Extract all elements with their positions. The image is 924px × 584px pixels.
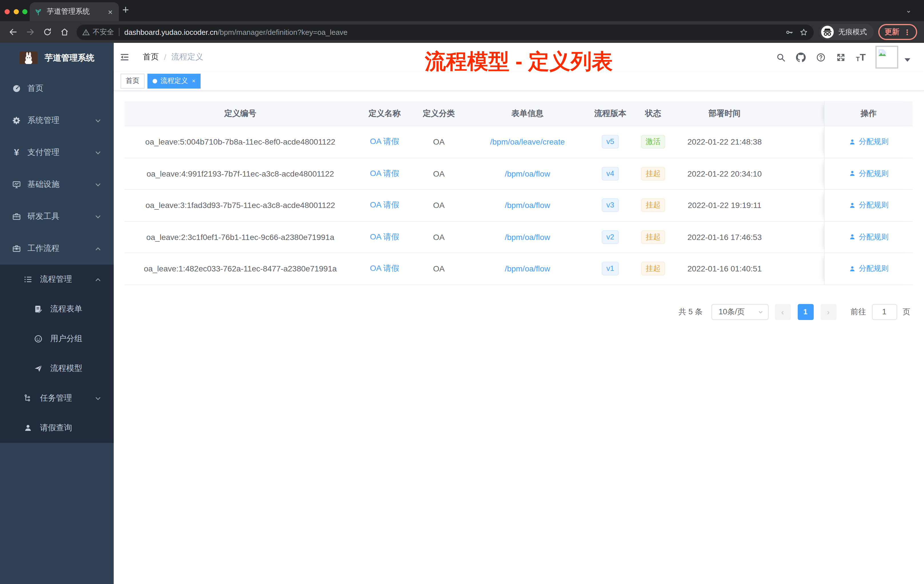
not-secure-warning-icon[interactable] (82, 28, 90, 36)
avatar[interactable] (875, 46, 898, 69)
update-label[interactable]: 更新 (884, 27, 899, 37)
cell-deploy-time: 2022-01-16 01:40:51 (676, 253, 773, 284)
sidebar-item-支付管理[interactable]: ¥支付管理 (0, 137, 114, 168)
definition-name-link[interactable]: OA 请假 (370, 137, 399, 147)
sidebar-item-任务管理[interactable]: 任务管理 (0, 383, 114, 413)
definition-table: 定义编号定义名称定义分类表单信息流程版本状态部署时间操作 oa_leave:5:… (125, 101, 912, 285)
row-spacer (773, 126, 824, 157)
assign-rule-link[interactable]: 分配规则 (848, 168, 889, 179)
form-link[interactable]: /bpm/oa/flow (505, 264, 550, 274)
tag-流程定义[interactable]: 流程定义× (147, 73, 201, 88)
tag-label: 流程定义 (160, 76, 188, 86)
prev-page-button[interactable]: ‹ (775, 304, 790, 320)
page-size-select[interactable]: 10条/页 (711, 304, 768, 320)
breadcrumb-home[interactable]: 首页 (143, 52, 159, 62)
sidebar-item-用户分组[interactable]: 用户分组 (0, 324, 114, 354)
avatar-dropdown-caret-icon[interactable] (904, 58, 910, 62)
security-label[interactable]: 不安全 (92, 27, 114, 37)
person-icon (848, 170, 856, 177)
back-icon[interactable] (7, 26, 20, 38)
zoom-window-button[interactable] (22, 9, 27, 14)
definition-name-link[interactable]: OA 请假 (370, 200, 399, 211)
search-icon[interactable] (776, 52, 786, 62)
cell-status: 挂起 (630, 221, 676, 252)
window-controls[interactable] (5, 9, 27, 14)
chevron-down-icon (95, 395, 101, 401)
status-badge: 挂起 (641, 199, 665, 212)
sidebar-item-首页[interactable]: 首页 (0, 73, 114, 105)
current-page-button[interactable]: 1 (797, 304, 813, 320)
browser-menu-button[interactable]: 更新 ⋮ (878, 24, 917, 40)
row-spacer (773, 190, 824, 221)
cell-version: v4 (590, 158, 630, 189)
form-link[interactable]: /bpm/oa/flow (505, 201, 550, 210)
sidebar-item-流程模型[interactable]: 流程模型 (0, 354, 114, 383)
forward-icon[interactable] (24, 26, 36, 38)
cell-version: v1 (590, 253, 630, 284)
cell-operation: 分配规则 (824, 126, 912, 157)
cell-category: OA (413, 158, 465, 189)
github-icon[interactable] (796, 52, 806, 62)
assign-rule-link[interactable]: 分配规则 (848, 137, 889, 147)
version-badge: v2 (602, 230, 619, 244)
minimize-window-button[interactable] (13, 9, 18, 14)
password-key-icon[interactable] (785, 28, 794, 36)
tag-首页[interactable]: 首页 (120, 73, 145, 88)
fullscreen-icon[interactable] (836, 52, 846, 62)
sidebar-item-工作流程[interactable]: 工作流程 (0, 233, 114, 265)
chevron-down-icon (95, 149, 101, 156)
definition-name-link[interactable]: OA 请假 (370, 264, 399, 274)
active-dot-icon (153, 79, 157, 83)
goto-label: 前往 (851, 307, 866, 317)
briefcase-icon (12, 243, 22, 254)
help-icon[interactable] (816, 52, 826, 62)
app-logo-row[interactable]: 芋道管理系统 (0, 43, 114, 73)
cell-version: v3 (590, 190, 630, 221)
page-size-value: 10条/页 (719, 307, 745, 317)
cell-version: v2 (590, 221, 630, 252)
sidebar-item-研发工具[interactable]: 研发工具 (0, 201, 114, 233)
sidebar-item-流程表单[interactable]: 流程表单 (0, 294, 114, 324)
table-row: oa_leave:1:482ec033-762a-11ec-8477-a2380… (125, 253, 912, 285)
sidebar-collapse-icon[interactable] (119, 51, 132, 63)
url-text[interactable]: dashboard.yudao.iocoder.cn/bpm/manager/d… (124, 28, 785, 36)
definition-name-link[interactable]: OA 请假 (370, 232, 399, 242)
tab-search-icon[interactable]: ⌄ (906, 6, 911, 14)
address-bar[interactable]: 不安全 dashboard.yudao.iocoder.cn/bpm/manag… (77, 24, 814, 40)
home-icon[interactable] (58, 26, 71, 38)
form-link[interactable]: /bpm/oa/flow (505, 233, 550, 242)
row-spacer (773, 221, 824, 252)
font-size-icon[interactable]: TT (856, 52, 866, 62)
cell-operation: 分配规则 (824, 253, 912, 284)
cell-definition-name: OA 请假 (356, 126, 413, 157)
definition-name-link[interactable]: OA 请假 (370, 168, 399, 179)
form-link[interactable]: /bpm/oa/flow (505, 169, 550, 178)
users-icon (33, 334, 43, 344)
sidebar-item-流程管理[interactable]: 流程管理 (0, 265, 114, 294)
yen-icon: ¥ (12, 147, 22, 158)
next-page-button[interactable]: › (820, 304, 836, 320)
sidebar-item-label: 请假查询 (40, 423, 72, 433)
top-navbar: 首页 / 流程定义 TT (114, 43, 924, 71)
dashboard-icon (12, 83, 22, 94)
new-tab-button[interactable]: + (122, 3, 129, 16)
assign-rule-link[interactable]: 分配规则 (848, 200, 889, 211)
close-window-button[interactable] (5, 9, 10, 14)
bookmark-star-icon[interactable] (799, 28, 808, 36)
column-header-time: 部署时间 (676, 101, 773, 126)
reload-icon[interactable] (41, 26, 54, 38)
sidebar-item-请假查询[interactable]: 请假查询 (0, 413, 114, 443)
incognito-label: 无痕模式 (838, 27, 867, 37)
tag-close-icon[interactable]: × (192, 78, 195, 84)
browser-tab[interactable]: 芋道管理系统 × (30, 2, 119, 21)
assign-rule-link[interactable]: 分配规则 (848, 232, 889, 242)
sidebar-item-系统管理[interactable]: 系统管理 (0, 105, 114, 137)
kebab-menu-icon[interactable]: ⋮ (903, 28, 911, 36)
sidebar-item-基础设施[interactable]: 基础设施 (0, 168, 114, 201)
user-icon (23, 423, 33, 433)
form-link[interactable]: /bpm/oa/leave/create (490, 137, 565, 147)
incognito-icon (820, 25, 834, 39)
assign-rule-link[interactable]: 分配规则 (848, 264, 889, 274)
tab-close-icon[interactable]: × (106, 7, 114, 16)
goto-page-input[interactable] (872, 304, 897, 320)
